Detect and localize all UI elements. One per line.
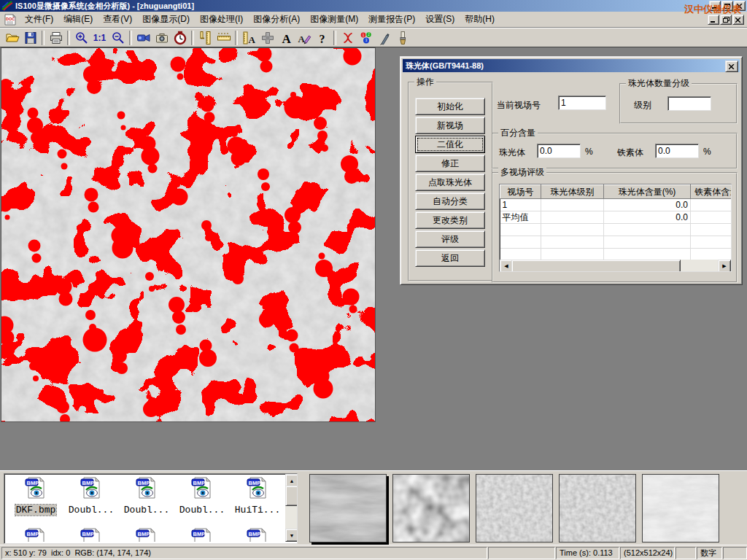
percent-group-label: 百分含量 (498, 128, 538, 138)
child-minimize-button[interactable] (708, 15, 719, 25)
svg-text:BMP: BMP (193, 531, 206, 537)
file-item[interactable]: BMP DKF.bmp (9, 476, 63, 516)
zoom-in-button[interactable] (72, 29, 90, 46)
table-row-average[interactable]: 平均值 0.0 (500, 211, 732, 224)
current-field-input[interactable] (558, 96, 606, 110)
zoom-out-button[interactable] (109, 29, 127, 46)
child-restore-button[interactable] (720, 15, 732, 25)
toolbar-separator (235, 31, 238, 45)
initialize-button[interactable]: 初始化 (415, 98, 485, 115)
status-bar: x: 510 y: 79 idx: 0 RGB: (174, 174, 174)… (0, 545, 747, 560)
pearlite-label: 珠光体 (499, 147, 525, 159)
table-horizontal-scrollbar[interactable]: ◀ ▶ (500, 260, 731, 271)
brush-button[interactable] (393, 29, 411, 46)
ferrite-percent-input[interactable] (655, 144, 699, 158)
thumbnail-4[interactable] (559, 474, 636, 542)
measure-text-button[interactable]: A (240, 29, 258, 46)
classify-button[interactable]: 123 (357, 29, 375, 46)
col-field-no[interactable]: 视场号 (500, 185, 541, 199)
minimize-button[interactable] (709, 1, 721, 11)
pearlite-percent-input[interactable] (537, 144, 581, 158)
print-button[interactable] (47, 29, 65, 46)
ruler-button[interactable] (214, 29, 233, 46)
dialog-close-button[interactable] (725, 61, 738, 72)
actual-size-button[interactable]: 1:1 (90, 29, 109, 46)
file-item[interactable]: BMP (64, 527, 118, 544)
new-field-button[interactable]: 新视场 (415, 117, 485, 134)
col-pearlite-grade[interactable]: 珠光体级别 (541, 185, 604, 199)
bmp-file-icon: BMP (80, 476, 103, 499)
thumbnail-1[interactable] (309, 474, 387, 542)
picker-button[interactable] (375, 29, 393, 46)
video-capture-button[interactable] (134, 29, 152, 46)
help-button[interactable]: ? (313, 29, 331, 46)
col-ferrite-content[interactable]: 铁素体含量(%) (691, 185, 732, 199)
change-class-button[interactable]: 更改类别 (415, 211, 485, 229)
menu-settings[interactable]: 设置(S) (420, 12, 460, 27)
auto-classify-button[interactable]: 自动分类 (415, 192, 485, 210)
text-button[interactable]: A (276, 29, 295, 46)
thumbnail-2[interactable] (392, 474, 470, 542)
file-item[interactable]: BMP Doubl... (175, 476, 229, 516)
snapshot-button[interactable] (152, 29, 171, 46)
close-button[interactable] (734, 1, 746, 11)
thumbnail-5[interactable] (642, 474, 719, 542)
scroll-thumb[interactable] (511, 260, 681, 272)
menu-edit[interactable]: 编辑(E) (58, 12, 98, 27)
pearlite-dialog: 珠光体(GB/T9441-88) 操作 初始化 新视场 二值化 修正 点取珠光体… (400, 56, 743, 285)
open-file-button[interactable] (3, 29, 21, 46)
child-close-button[interactable] (732, 15, 744, 25)
document-icon[interactable]: DOC (4, 14, 17, 26)
timer-button[interactable] (171, 29, 189, 46)
merge-grid-button[interactable] (258, 29, 276, 46)
file-list-scrollbar[interactable]: ▲ ▼ (285, 474, 297, 542)
table-row[interactable]: 1 0.0 (500, 199, 732, 211)
dialog-title-bar[interactable]: 珠光体(GB/T9441-88) (403, 59, 740, 72)
file-item[interactable]: BMP Doubl... (64, 476, 118, 516)
menu-image-measure[interactable]: 图像测量(M) (305, 12, 363, 27)
col-pearlite-content[interactable]: 珠光体含量(%) (604, 185, 691, 199)
pick-pearlite-button[interactable]: 点取珠光体 (415, 174, 485, 191)
file-item[interactable]: BMP (9, 527, 63, 544)
caliper-button[interactable] (196, 29, 214, 46)
menu-image-processing[interactable]: 图像处理(I) (195, 12, 248, 27)
pearlite-overlay-canvas (1, 48, 375, 421)
menu-help[interactable]: 帮助(H) (460, 12, 500, 27)
operations-group-label: 操作 (414, 77, 436, 87)
menu-measure-report[interactable]: 测量报告(P) (363, 12, 420, 27)
file-item[interactable]: BMP (175, 527, 229, 544)
file-item[interactable]: BMP (120, 527, 174, 544)
bmp-file-icon: BMP (246, 476, 269, 499)
grade-button[interactable]: 评级 (415, 230, 485, 248)
return-button[interactable]: 返回 (415, 249, 485, 267)
menu-view[interactable]: 查看(V) (98, 12, 137, 27)
bmp-file-icon: BMP (24, 527, 47, 542)
cell-grade (541, 211, 604, 224)
curve-cut-button[interactable] (338, 29, 357, 46)
scroll-down-button[interactable]: ▼ (285, 529, 298, 542)
correct-button[interactable]: 修正 (415, 155, 485, 172)
file-item[interactable]: BMP Doubl... (120, 476, 174, 516)
svg-text:BMP: BMP (82, 531, 95, 537)
file-item[interactable]: BMP (231, 527, 285, 544)
window-title: IS100显微摄像系统(金相分析版) - [zhuguangti01] (15, 1, 194, 12)
table-row-empty (500, 249, 732, 261)
maximize-button[interactable] (721, 1, 733, 11)
micrograph-image[interactable] (1, 47, 376, 422)
multi-field-table: 视场号 珠光体级别 珠光体含量(%) 铁素体含量(%) 1 0.0 (499, 184, 732, 272)
scroll-thumb[interactable] (285, 486, 298, 506)
menu-file[interactable]: 文件(F) (20, 12, 58, 27)
menu-image-analysis[interactable]: 图像分析(A) (248, 12, 305, 27)
file-item[interactable]: BMP HuiTi... (231, 476, 285, 516)
operations-group: 操作 初始化 新视场 二值化 修正 点取珠光体 自动分类 更改类别 评级 返回 (408, 82, 493, 281)
thumbnail-3[interactable] (476, 474, 553, 542)
annotate-button[interactable]: A (295, 29, 313, 46)
menu-image-display[interactable]: 图像显示(D) (137, 12, 195, 27)
mdi-client-area: 珠光体(GB/T9441-88) 操作 初始化 新视场 二值化 修正 点取珠光体… (0, 47, 747, 470)
grade-input[interactable] (667, 96, 711, 111)
status-empty-2 (676, 547, 696, 559)
dialog-title: 珠光体(GB/T9441-88) (406, 61, 484, 71)
scroll-right-button[interactable]: ▶ (718, 260, 731, 272)
save-button[interactable] (21, 29, 39, 46)
binarize-button[interactable]: 二值化 (415, 136, 485, 153)
